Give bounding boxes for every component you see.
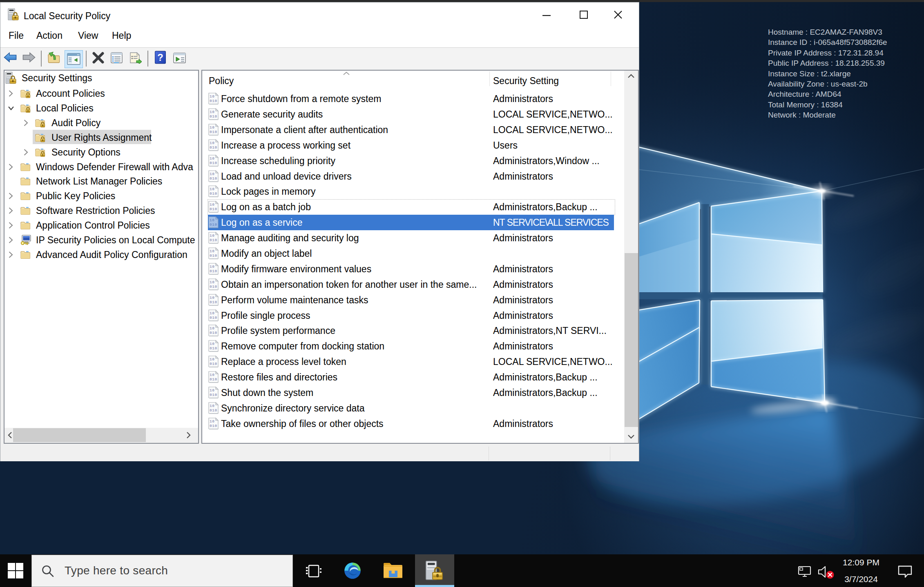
svg-text:010: 010 [210,331,217,335]
svg-text:010: 010 [210,238,217,242]
svg-text:010: 010 [210,362,217,366]
svg-text:10: 10 [210,125,214,130]
svg-text:10: 10 [210,218,214,222]
svg-text:010: 010 [210,145,217,150]
svg-text:10: 10 [210,388,214,393]
svg-text:10: 10 [210,156,214,161]
svg-text:010: 010 [210,316,217,320]
svg-text:010: 010 [210,269,217,273]
svg-text:010: 010 [210,393,217,397]
svg-text:10: 10 [210,265,214,269]
svg-text:10: 10 [210,404,214,408]
svg-text:010: 010 [210,253,217,258]
svg-text:10: 10 [210,296,214,300]
svg-text:10: 10 [210,187,214,191]
svg-text:010: 010 [210,176,217,181]
svg-text:010: 010 [210,207,217,211]
svg-text:10: 10 [210,202,214,207]
svg-text:10: 10 [210,233,214,238]
svg-text:10: 10 [210,249,214,253]
svg-text:10: 10 [210,94,214,99]
svg-text:?: ? [157,52,163,63]
svg-text:010: 010 [210,114,217,119]
svg-text:10: 10 [210,373,214,377]
svg-text:010: 010 [210,99,217,103]
svg-text:10: 10 [210,311,214,316]
svg-text:010: 010 [210,161,217,165]
svg-text:010: 010 [210,191,217,196]
svg-text:010: 010 [210,285,217,289]
svg-text:010: 010 [210,377,217,382]
svg-text:010: 010 [210,408,217,413]
svg-text:10: 10 [210,280,214,285]
svg-text:10: 10 [210,342,214,346]
svg-text:010: 010 [210,300,217,305]
svg-text:10: 10 [210,357,214,362]
svg-text:10: 10 [210,141,214,145]
svg-text:10: 10 [210,110,214,114]
svg-text:010: 010 [210,424,217,428]
svg-text:010: 010 [210,346,217,351]
svg-text:10: 10 [210,419,214,424]
svg-text:010: 010 [210,130,217,134]
svg-text:10: 10 [210,326,214,331]
svg-text:10: 10 [210,172,214,176]
svg-text:010: 010 [210,222,217,227]
